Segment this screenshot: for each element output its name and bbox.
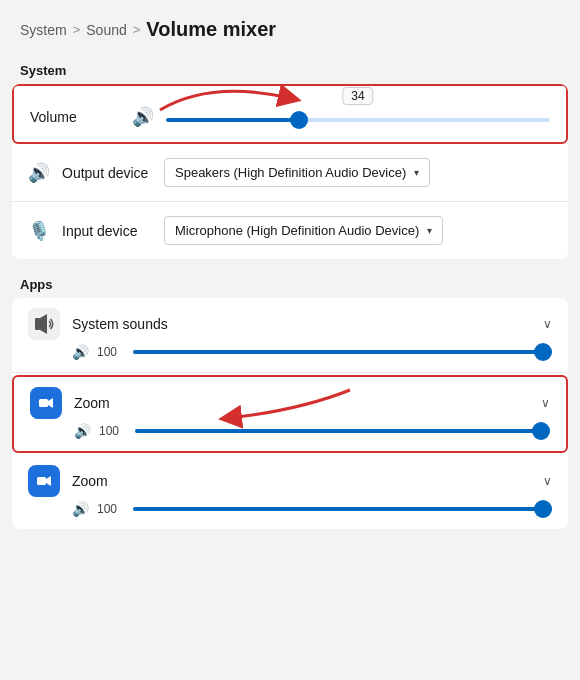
- output-device-label: Output device: [62, 165, 152, 181]
- zoom-2-header: Zoom ∨: [28, 465, 552, 497]
- output-chevron-icon: ▾: [414, 167, 419, 178]
- zoom-1-chevron[interactable]: ∨: [541, 396, 550, 410]
- output-device-row: 🔊 Output device Speakers (High Definitio…: [12, 144, 568, 202]
- system-sounds-value: 100: [97, 345, 125, 359]
- system-sounds-name: System sounds: [72, 316, 531, 332]
- system-section-label: System: [0, 55, 580, 84]
- zoom-1-speaker-icon: 🔊: [74, 423, 91, 439]
- svg-marker-1: [40, 314, 47, 334]
- breadcrumb-system[interactable]: System: [20, 22, 67, 38]
- system-card: Volume 🔊 34 🔊 Output device Speakers (Hi…: [12, 84, 568, 259]
- system-sounds-icon: [28, 308, 60, 340]
- svg-rect-6: [37, 477, 46, 485]
- volume-speaker-icon: 🔊: [132, 106, 154, 128]
- system-sounds-header: System sounds ∨: [28, 308, 552, 340]
- volume-row: Volume 🔊 34: [12, 84, 568, 144]
- zoom-1-slider-row: 🔊 100: [30, 423, 550, 439]
- zoom-1-name: Zoom: [74, 395, 529, 411]
- system-sounds-speaker-icon: 🔊: [72, 344, 89, 360]
- volume-label: Volume: [30, 109, 120, 125]
- system-sounds-chevron[interactable]: ∨: [543, 317, 552, 331]
- input-device-label: Input device: [62, 223, 152, 239]
- zoom-2-name: Zoom: [72, 473, 531, 489]
- svg-rect-3: [39, 399, 48, 407]
- zoom-2-slider-row: 🔊 100: [28, 501, 552, 517]
- system-sounds-slider[interactable]: [133, 350, 552, 354]
- system-sounds-row: System sounds ∨ 🔊 100: [12, 298, 568, 373]
- page-title: Volume mixer: [146, 18, 276, 41]
- zoom-1-value: 100: [99, 424, 127, 438]
- zoom-2-slider[interactable]: [133, 507, 552, 511]
- zoom-2-icon: [28, 465, 60, 497]
- output-device-dropdown[interactable]: Speakers (High Definition Audio Device) …: [164, 158, 430, 187]
- input-device-dropdown[interactable]: Microphone (High Definition Audio Device…: [164, 216, 443, 245]
- breadcrumb: System > Sound > Volume mixer: [0, 0, 580, 55]
- input-chevron-icon: ▾: [427, 225, 432, 236]
- output-speaker-icon: 🔊: [28, 162, 50, 184]
- volume-badge: 34: [342, 87, 373, 105]
- zoom-1-icon: [30, 387, 62, 419]
- apps-section-label: Apps: [0, 269, 580, 298]
- apps-card: System sounds ∨ 🔊 100 Zoom: [12, 298, 568, 529]
- output-device-value: Speakers (High Definition Audio Device): [175, 165, 406, 180]
- zoom-row-2: Zoom ∨ 🔊 100: [12, 455, 568, 529]
- input-device-row: 🎙️ Input device Microphone (High Definit…: [12, 202, 568, 259]
- zoom-1-header: Zoom ∨: [30, 387, 550, 419]
- system-sounds-slider-row: 🔊 100: [28, 344, 552, 360]
- zoom-2-speaker-icon: 🔊: [72, 501, 89, 517]
- breadcrumb-sep-2: >: [133, 22, 141, 37]
- volume-slider[interactable]: [166, 118, 550, 122]
- breadcrumb-sound[interactable]: Sound: [86, 22, 126, 38]
- zoom-1-slider[interactable]: [135, 429, 550, 433]
- input-mic-icon: 🎙️: [28, 220, 50, 242]
- volume-slider-area: 34: [166, 109, 550, 125]
- svg-rect-0: [35, 318, 40, 330]
- zoom-2-value: 100: [97, 502, 125, 516]
- breadcrumb-sep-1: >: [73, 22, 81, 37]
- input-device-value: Microphone (High Definition Audio Device…: [175, 223, 419, 238]
- zoom-2-chevron[interactable]: ∨: [543, 474, 552, 488]
- zoom-row-1: Zoom ∨ 🔊 100: [12, 375, 568, 453]
